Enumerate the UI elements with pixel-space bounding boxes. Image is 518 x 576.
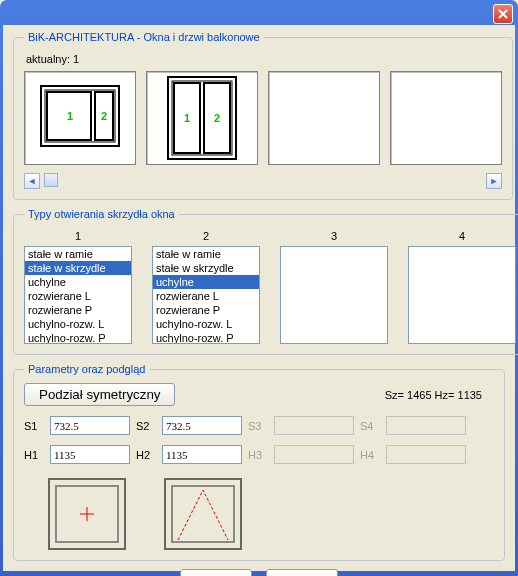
s3-label: S3 xyxy=(248,420,268,432)
group-windows-legend: BiK-ARCHITEKTURA - Okna i drzwi balkonow… xyxy=(24,31,264,43)
list-item[interactable]: uchylno-rozw. L xyxy=(153,317,259,331)
chevron-right-icon: ► xyxy=(490,176,499,186)
list-item[interactable]: stałe w ramie xyxy=(153,247,259,261)
list-item[interactable]: stałe w skrzydle xyxy=(153,261,259,275)
s4-label: S4 xyxy=(360,420,380,432)
list-item[interactable]: uchylne xyxy=(153,275,259,289)
s3-input xyxy=(274,416,354,435)
group-types: Typy otwierania skrzydła okna 1 2 3 4 st… xyxy=(13,208,518,355)
svg-text:2: 2 xyxy=(214,112,220,124)
group-params: Parametry oraz podgląd Podział symetrycz… xyxy=(13,363,505,561)
preview-2 xyxy=(164,478,242,550)
window-thumb-1[interactable]: 1 2 xyxy=(24,71,136,165)
scroll-right-button[interactable]: ► xyxy=(486,173,502,189)
svg-text:1: 1 xyxy=(184,112,190,124)
svg-text:1: 1 xyxy=(67,110,73,122)
h3-input xyxy=(274,445,354,464)
listbox-3[interactable] xyxy=(280,246,388,344)
list-item[interactable]: stałe w skrzydle xyxy=(25,261,131,275)
listbox-4[interactable] xyxy=(408,246,516,344)
col-header-3: 3 xyxy=(280,230,388,242)
h1-label: H1 xyxy=(24,449,44,461)
list-item[interactable]: rozwierane P xyxy=(153,303,259,317)
h2-label: H2 xyxy=(136,449,156,461)
col-header-2: 2 xyxy=(152,230,260,242)
listbox-2[interactable]: stałe w ramiestałe w skrzydleuchylnerozw… xyxy=(152,246,260,344)
scroll-thumb[interactable] xyxy=(44,173,58,187)
close-icon xyxy=(498,9,508,19)
h1-input[interactable] xyxy=(50,445,130,464)
s1-input[interactable] xyxy=(50,416,130,435)
group-windows: BiK-ARCHITEKTURA - Okna i drzwi balkonow… xyxy=(13,31,513,200)
list-item[interactable]: stałe w ramie xyxy=(25,247,131,261)
preview-1 xyxy=(48,478,126,550)
scroll-left-button[interactable]: ◄ xyxy=(24,173,40,189)
h4-label: H4 xyxy=(360,449,380,461)
list-item[interactable]: uchylno-rozw. P xyxy=(153,331,259,344)
svg-text:2: 2 xyxy=(101,110,107,122)
col-header-4: 4 xyxy=(408,230,516,242)
window-thumb-3[interactable] xyxy=(268,71,380,165)
h3-label: H3 xyxy=(248,449,268,461)
window-drawing-1: 1 2 xyxy=(40,84,120,152)
titlebar xyxy=(3,3,515,25)
svg-rect-0 xyxy=(41,86,119,146)
s2-input[interactable] xyxy=(162,416,242,435)
svg-rect-7 xyxy=(172,81,232,155)
list-item[interactable]: rozwierane L xyxy=(25,289,131,303)
col-header-1: 1 xyxy=(24,230,132,242)
list-item[interactable]: rozwierane P xyxy=(25,303,131,317)
ok-button[interactable]: OK xyxy=(180,569,252,576)
list-item[interactable]: uchylno-rozw. P xyxy=(25,331,131,344)
s4-input xyxy=(386,416,466,435)
list-item[interactable]: uchylno-rozw. L xyxy=(25,317,131,331)
h2-input[interactable] xyxy=(162,445,242,464)
preview-tilt-icon xyxy=(168,482,238,546)
s2-label: S2 xyxy=(136,420,156,432)
svg-rect-6 xyxy=(168,77,236,159)
window-thumb-4[interactable] xyxy=(390,71,502,165)
s1-label: S1 xyxy=(24,420,44,432)
listbox-1[interactable]: stałe w ramiestałe w skrzydleuchylnerozw… xyxy=(24,246,132,344)
chevron-left-icon: ◄ xyxy=(28,176,37,186)
symmetric-split-button[interactable]: Podział symetryczny xyxy=(24,383,175,406)
group-params-legend: Parametry oraz podgląd xyxy=(24,363,149,375)
preview-fixed-icon xyxy=(52,482,122,546)
aktualny-label: aktualny: 1 xyxy=(26,53,502,65)
sz-hz-label: Sz= 1465 Hz= 1135 xyxy=(385,389,482,401)
h4-input xyxy=(386,445,466,464)
close-button[interactable] xyxy=(493,4,513,24)
list-item[interactable]: rozwierane L xyxy=(153,289,259,303)
window-drawing-2: 1 2 xyxy=(167,76,237,160)
group-types-legend: Typy otwierania skrzydła okna xyxy=(24,208,179,220)
list-item[interactable]: uchylne xyxy=(25,275,131,289)
cancel-button[interactable]: Anuluj xyxy=(266,569,338,576)
window-thumb-2[interactable]: 1 2 xyxy=(146,71,258,165)
